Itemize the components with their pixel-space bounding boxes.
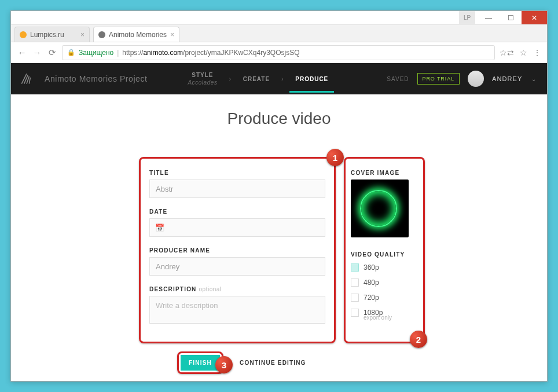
nav-back-icon[interactable]: ← (17, 47, 27, 57)
window-titlebar: LP — ☐ ✕ (11, 11, 547, 25)
quality-option-sublabel: export only (364, 314, 418, 321)
quality-option-720p[interactable]: 720p (351, 294, 418, 302)
workflow-steps: STYLE Accolades › CREATE › PRODUCE (182, 72, 334, 86)
annotation-2: 2 (410, 331, 427, 348)
action-button-row: FINISH 3 CONTINUE EDITING (181, 353, 377, 371)
tab-close-icon[interactable]: × (170, 31, 174, 39)
saved-indicator: SAVED (387, 76, 409, 82)
browser-tab-animoto[interactable]: Animoto Memories × (93, 27, 179, 42)
calendar-icon: 📅 (155, 224, 164, 232)
title-label: TITLE (149, 170, 325, 176)
url-text: https://animoto.com/project/ymaJKPKwCXq4… (122, 49, 299, 57)
video-details-panel: 1 TITLE DATE 📅 PRODUCER NAME (139, 157, 336, 341)
step-produce[interactable]: PRODUCE (289, 76, 334, 82)
secure-label: Защищено (79, 49, 113, 57)
producer-input[interactable] (149, 257, 325, 276)
video-quality-label: VIDEO QUALITY (351, 251, 418, 258)
chevron-right-icon: › (229, 75, 231, 82)
checkbox-icon (351, 263, 359, 272)
favicon-icon (20, 31, 27, 38)
tab-title: Lumpics.ru (30, 31, 64, 39)
checkbox-icon (351, 294, 359, 302)
finish-button[interactable]: FINISH (181, 355, 220, 371)
checkbox-icon (351, 279, 359, 287)
quality-option-480p[interactable]: 480p (351, 279, 418, 287)
tab-close-icon[interactable]: × (80, 31, 85, 39)
window-close-button[interactable]: ✕ (522, 11, 547, 24)
title-input[interactable] (149, 179, 325, 198)
nav-reload-icon[interactable]: ⟳ (47, 47, 57, 58)
quality-option-360p[interactable]: 360p (351, 263, 418, 272)
producer-label: PRODUCER NAME (149, 247, 325, 254)
lp-badge: LP (459, 11, 475, 24)
project-title: Animoto Memories Project (45, 74, 147, 83)
translate-icon[interactable]: ☆⇄ (500, 48, 514, 57)
page-body: Produce video 1 TITLE DATE 📅 (11, 94, 547, 381)
nav-forward-icon[interactable]: → (32, 47, 42, 57)
pro-trial-badge[interactable]: PRO TRIAL (417, 73, 460, 85)
video-output-panel: 2 COVER IMAGE VIDEO QUALITY 360p 480p 72… (350, 157, 419, 341)
step-style[interactable]: STYLE Accolades (182, 72, 223, 86)
cover-image-label: COVER IMAGE (351, 170, 418, 176)
page-title: Produce video (11, 109, 547, 128)
browser-tab-lumpics[interactable]: Lumpics.ru × (14, 27, 90, 42)
browser-addressbar: ← → ⟳ 🔒 Защищено | https://animoto.com/p… (11, 42, 547, 63)
tab-title: Animoto Memories (109, 31, 167, 39)
date-label: DATE (149, 208, 325, 215)
browser-tabbar: Lumpics.ru × Animoto Memories × (11, 25, 547, 42)
continue-editing-button[interactable]: CONTINUE EDITING (240, 360, 306, 366)
cover-image-thumbnail[interactable] (351, 179, 409, 237)
browser-window: LP — ☐ ✕ Lumpics.ru × Animoto Memories ×… (10, 10, 548, 382)
app-header: Animoto Memories Project STYLE Accolades… (11, 63, 547, 94)
date-input[interactable] (149, 218, 325, 237)
step-create[interactable]: CREATE (237, 76, 276, 82)
description-label: DESCRIPTIONoptional (149, 286, 325, 292)
menu-icon[interactable]: ⋮ (533, 48, 541, 57)
chevron-right-icon: › (281, 75, 284, 82)
window-maximize-button[interactable]: ☐ (500, 11, 522, 24)
description-input[interactable] (149, 296, 325, 324)
lock-icon: 🔒 (67, 49, 75, 56)
favicon-icon (98, 31, 105, 38)
url-input[interactable]: 🔒 Защищено | https://animoto.com/project… (62, 45, 495, 60)
checkbox-icon (351, 309, 359, 317)
user-name[interactable]: ANDREY (492, 75, 522, 82)
window-minimize-button[interactable]: — (478, 11, 500, 24)
annotation-1: 1 (326, 149, 344, 166)
bookmark-icon[interactable]: ☆ (520, 48, 527, 57)
chevron-down-icon[interactable]: ⌄ (531, 76, 537, 82)
animoto-logo-icon[interactable] (16, 68, 38, 90)
avatar[interactable] (468, 71, 484, 87)
